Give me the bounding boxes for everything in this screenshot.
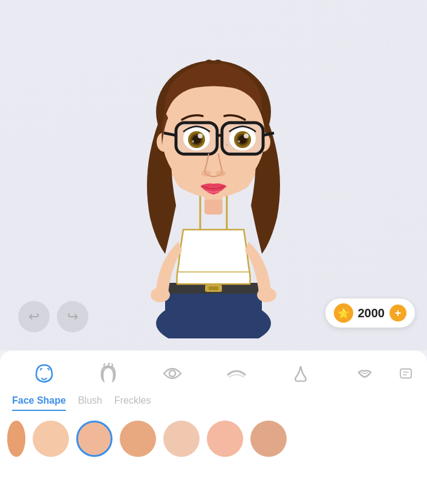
category-eyebrows[interactable] (204, 360, 269, 389)
avatar-area: ↩ ↪ ⭐ 2000 + (0, 0, 427, 351)
swatch-3[interactable] (76, 421, 112, 457)
category-face[interactable] (12, 360, 76, 389)
avatar-container (111, 24, 316, 338)
category-more[interactable] (397, 360, 415, 389)
svg-rect-9 (204, 199, 223, 215)
swatch-5[interactable] (163, 421, 200, 457)
swatch-6[interactable] (207, 421, 243, 457)
bottom-panel: Face Shape Blush Freckles (0, 351, 427, 504)
category-hair[interactable] (76, 360, 140, 389)
category-eyes[interactable] (140, 360, 204, 389)
svg-point-41 (216, 170, 226, 176)
coin-value: 2000 (358, 306, 385, 320)
swatches-row (0, 411, 427, 457)
coin-add-button[interactable]: + (390, 305, 406, 321)
svg-point-44 (169, 370, 175, 376)
coin-star-icon: ⭐ (334, 303, 353, 323)
category-nose[interactable] (269, 360, 333, 389)
svg-point-40 (201, 170, 211, 176)
subtab-face-shape[interactable]: Face Shape (12, 395, 66, 411)
nose-icon (287, 360, 314, 387)
history-buttons: ↩ ↪ (18, 301, 88, 332)
svg-point-39 (238, 140, 240, 143)
hair-icon (95, 360, 122, 387)
subtabs-row: Face Shape Blush Freckles (0, 389, 427, 411)
swatch-2[interactable] (33, 421, 69, 457)
svg-rect-4 (209, 286, 218, 290)
svg-rect-45 (400, 369, 411, 378)
more-icon (397, 360, 415, 387)
eyebrows-icon (223, 360, 250, 387)
svg-point-32 (198, 134, 203, 138)
svg-point-42 (151, 288, 170, 302)
subtab-freckles[interactable]: Freckles (114, 395, 151, 411)
avatar-svg (111, 24, 316, 338)
category-lips[interactable] (333, 360, 397, 389)
subtab-blush[interactable]: Blush (78, 395, 102, 411)
svg-point-38 (244, 134, 249, 138)
swatch-7[interactable] (250, 421, 287, 457)
svg-point-43 (257, 288, 276, 302)
category-row (0, 351, 427, 389)
face-icon (31, 360, 57, 387)
svg-point-33 (192, 140, 194, 143)
coin-widget: ⭐ 2000 + (325, 299, 416, 328)
undo-button[interactable]: ↩ (18, 301, 50, 332)
redo-button[interactable]: ↪ (57, 301, 88, 332)
eyes-icon (159, 360, 186, 387)
swatch-4[interactable] (120, 421, 156, 457)
lips-icon (351, 360, 378, 387)
